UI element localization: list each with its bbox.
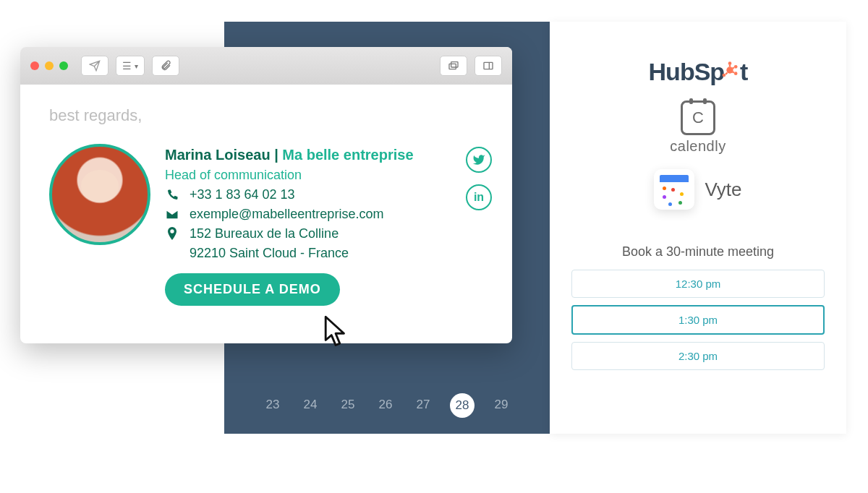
mail-icon <box>165 210 179 220</box>
time-slot[interactable]: 12:30 pm <box>571 270 825 298</box>
windows-button[interactable] <box>440 56 467 76</box>
signature-address2: 92210 Saint Cloud - France <box>190 244 349 263</box>
calendar-icon: C <box>681 100 715 135</box>
list-icon: ☰ <box>122 60 132 72</box>
booking-panel: HubSp t C calendly <box>550 22 846 434</box>
signature-details: Marina Loiseau | Ma belle entreprise Hea… <box>165 144 414 306</box>
integration-logos: HubSp t C calendly <box>649 58 748 210</box>
time-slot-selected[interactable]: 1:30 pm <box>571 305 825 335</box>
hubspot-logo: HubSp t <box>649 58 748 86</box>
vyte-label: Vyte <box>705 179 741 201</box>
signature-email: exemple@mabelleentreprise.com <box>190 205 383 224</box>
time-slot[interactable]: 2:30 pm <box>571 342 825 370</box>
chevron-down-icon: ▾ <box>135 62 138 70</box>
svg-rect-7 <box>484 62 493 69</box>
traffic-lights <box>30 61 68 70</box>
minimize-icon[interactable] <box>45 61 54 70</box>
svg-point-2 <box>734 65 738 69</box>
calendar-date[interactable]: 24 <box>299 398 321 418</box>
date-strip: 23 24 25 26 27 28 29 <box>224 398 550 418</box>
linkedin-icon[interactable]: in <box>466 184 492 210</box>
calendar-date[interactable]: 23 <box>262 398 284 418</box>
calendar-date[interactable]: 29 <box>490 398 512 418</box>
email-compose-window: ☰ ▾ best regards, Marina Loiseau | Ma be… <box>20 47 512 343</box>
avatar <box>49 144 150 245</box>
send-button[interactable] <box>81 56 109 76</box>
calendar-date-selected[interactable]: 28 <box>450 393 475 418</box>
closing-line: best regards, <box>49 106 492 125</box>
svg-point-4 <box>723 74 726 77</box>
close-icon[interactable] <box>30 61 39 70</box>
signature-address-row: 152 Bureaux de la Colline <box>165 224 414 244</box>
attach-button[interactable] <box>152 56 179 76</box>
svg-point-1 <box>728 61 732 65</box>
svg-rect-6 <box>451 62 458 67</box>
sprocket-icon <box>720 58 740 86</box>
signature-phone: +33 1 83 64 02 13 <box>190 185 295 205</box>
booking-heading: Book a 30-minute meeting <box>622 244 774 260</box>
sidebar-toggle-button[interactable] <box>475 56 502 76</box>
pin-icon <box>165 227 179 241</box>
phone-icon <box>165 189 179 202</box>
signature-name: Marina Loiseau <box>165 147 271 163</box>
svg-rect-5 <box>449 64 456 69</box>
calendly-logo: C calendly <box>670 100 726 155</box>
calendly-label: calendly <box>670 138 726 155</box>
signature-name-row: Marina Loiseau | Ma belle entreprise <box>165 144 414 166</box>
signature-address1: 152 Bureaux de la Colline <box>190 224 339 244</box>
zoom-icon[interactable] <box>59 61 68 70</box>
schedule-demo-button[interactable]: SCHEDULE A DEMO <box>165 273 340 306</box>
vyte-logo: Vyte <box>654 169 741 210</box>
signature-separator: | <box>271 147 283 163</box>
signature-company: Ma belle entreprise <box>282 147 413 163</box>
vyte-icon <box>654 169 694 210</box>
format-list-button[interactable]: ☰ ▾ <box>116 56 145 76</box>
email-signature: Marina Loiseau | Ma belle entreprise Hea… <box>49 144 492 306</box>
calendar-date[interactable]: 25 <box>337 398 359 418</box>
calendly-letter: C <box>692 108 704 127</box>
calendar-date[interactable]: 27 <box>412 398 434 418</box>
social-links: in <box>466 147 492 210</box>
signature-role: Head of communication <box>165 166 414 185</box>
signature-address-row2: 92210 Saint Cloud - France <box>165 244 414 263</box>
window-titlebar: ☰ ▾ <box>20 47 512 85</box>
svg-point-3 <box>734 72 738 75</box>
signature-phone-row: +33 1 83 64 02 13 <box>165 185 414 205</box>
time-slot-list: 12:30 pm 1:30 pm 2:30 pm <box>571 270 825 370</box>
twitter-icon[interactable] <box>466 147 492 173</box>
email-body[interactable]: best regards, Marina Loiseau | Ma belle … <box>20 85 512 343</box>
hubspot-wordmark: HubSp <box>649 58 725 86</box>
hubspot-wordmark-suffix: t <box>740 58 747 86</box>
signature-email-row: exemple@mabelleentreprise.com <box>165 205 414 224</box>
calendar-date[interactable]: 26 <box>375 398 396 418</box>
